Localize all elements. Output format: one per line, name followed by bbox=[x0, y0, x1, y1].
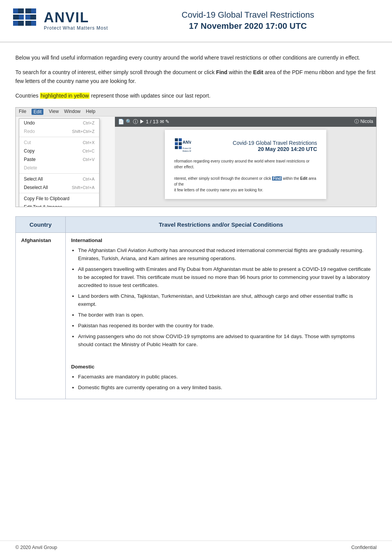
section-label-international: International bbox=[71, 237, 371, 245]
menu-item-copy-file[interactable]: Copy File to Clipboard bbox=[19, 194, 99, 203]
menu-file[interactable]: File bbox=[19, 109, 26, 115]
col-restrictions-header: Travel Restrictions and/or Special Condi… bbox=[66, 216, 377, 232]
menu-item-paste[interactable]: Paste Ctrl+V bbox=[19, 155, 99, 164]
menu-separator-3 bbox=[19, 193, 99, 193]
pdf-doc-area: ANVIL Protect What Matters Most Covid-19… bbox=[115, 127, 376, 207]
menu-edit[interactable]: Edit bbox=[32, 109, 43, 115]
logo-area: ANVIL Protect What Matters Most bbox=[12, 7, 119, 35]
page-footer: © 2020 Anvil Group Confidential bbox=[0, 541, 392, 554]
logo-text: ANVIL Protect What Matters Most bbox=[44, 11, 108, 31]
pdf-context-area: File Edit View Window Help Undo Ctrl+Z R… bbox=[15, 107, 377, 207]
svg-text:Protect What: Protect What bbox=[183, 147, 191, 149]
menu-item-edit-text[interactable]: Edit Text & Images bbox=[19, 203, 99, 207]
page-header: ANVIL Protect What Matters Most Covid-19… bbox=[0, 0, 392, 43]
svg-rect-10 bbox=[13, 15, 18, 20]
menu-item-cut[interactable]: Cut Ctrl+X bbox=[19, 138, 99, 147]
menu-item-deselect-all[interactable]: Deselect All Shift+Ctrl+A bbox=[19, 183, 99, 192]
list-item: The border with Iran is open. bbox=[78, 311, 371, 319]
menu-item-delete[interactable]: Delete bbox=[19, 164, 99, 172]
menu-view[interactable]: View bbox=[49, 109, 59, 115]
find-keyword: Find bbox=[216, 69, 228, 75]
menu-item-select-all[interactable]: Select All Ctrl+A bbox=[19, 175, 99, 183]
svg-rect-20 bbox=[175, 142, 178, 145]
svg-rect-19 bbox=[179, 138, 182, 141]
menu-item-copy[interactable]: Copy Ctrl+C bbox=[19, 147, 99, 155]
svg-rect-7 bbox=[19, 8, 24, 13]
svg-rect-22 bbox=[175, 146, 178, 149]
domestic-bullets: Facemasks are mandatory in public places… bbox=[78, 373, 371, 392]
menu-separator-1 bbox=[19, 137, 99, 137]
logo-anvil-text: ANVIL bbox=[44, 11, 108, 25]
list-item: The Afghanistan Civil Aviation Authority… bbox=[78, 247, 371, 263]
intro-paragraph1: Below you will find useful information r… bbox=[15, 53, 377, 62]
list-item: Arriving passengers who do not show COVI… bbox=[78, 333, 371, 349]
pdf-page-inner-title: Covid-19 Global Travel Restrictions 20 M… bbox=[195, 140, 317, 152]
menu-help[interactable]: Help bbox=[86, 109, 96, 115]
menu-window[interactable]: Window bbox=[64, 109, 81, 115]
svg-text:Matters Most: Matters Most bbox=[183, 150, 191, 152]
list-item: Domestic flights are currently operating… bbox=[78, 384, 371, 392]
pdf-toolbar-icons: 📄 🔍 ⓘ ▶ 1 / 13 ✉ ✎ bbox=[118, 118, 169, 125]
intro-paragraph2: To search for a country of interest, eit… bbox=[15, 68, 377, 85]
svg-rect-9 bbox=[31, 8, 36, 13]
list-item: Pakistan has reopened its border with th… bbox=[78, 322, 371, 330]
restrictions-cell-afghanistan: International The Afghanistan Civil Avia… bbox=[66, 232, 377, 399]
anvil-logo-icon bbox=[12, 7, 39, 35]
footer-left: © 2020 Anvil Group bbox=[15, 545, 57, 550]
svg-rect-12 bbox=[25, 15, 30, 20]
international-bullets: The Afghanistan Civil Aviation Authority… bbox=[78, 247, 371, 348]
svg-rect-15 bbox=[19, 21, 24, 26]
svg-rect-23 bbox=[179, 146, 182, 149]
svg-rect-17 bbox=[31, 21, 36, 26]
header-title-block: Covid-19 Global Travel Restrictions 17 N… bbox=[119, 10, 377, 32]
pdf-page-text: nformation regarding every country aroun… bbox=[174, 158, 317, 193]
travel-table: Country Travel Restrictions and/or Speci… bbox=[15, 216, 377, 400]
logo-tagline: Protect What Matters Most bbox=[44, 25, 108, 31]
menu-item-redo[interactable]: Redo Shift+Ctrl+Z bbox=[19, 127, 99, 136]
header-title-line2: 17 November 2020 17:00 UTC bbox=[119, 21, 377, 32]
menu-separator-2 bbox=[19, 173, 99, 174]
footer-right: Confidential bbox=[351, 545, 377, 550]
list-item: Land borders with China, Tajikistan, Tur… bbox=[78, 292, 371, 309]
yellow-highlight: highlighted in yellow bbox=[40, 93, 90, 99]
list-item: All passengers travelling with Emirates … bbox=[78, 265, 371, 290]
intro-section: Below you will find useful information r… bbox=[0, 43, 392, 100]
svg-rect-8 bbox=[25, 8, 30, 13]
section-label-domestic: Domestic bbox=[71, 363, 371, 371]
svg-rect-16 bbox=[25, 21, 30, 26]
edit-keyword: Edit bbox=[253, 69, 263, 75]
svg-rect-18 bbox=[175, 138, 178, 141]
menu-item-undo[interactable]: Undo Ctrl+Z bbox=[19, 119, 99, 127]
intro-paragraph3: Countries highlighted in yellow represen… bbox=[15, 91, 377, 100]
table-section: Country Travel Restrictions and/or Speci… bbox=[15, 216, 377, 400]
pdf-menu-bar: File Edit View Window Help bbox=[16, 108, 376, 116]
svg-rect-6 bbox=[13, 8, 18, 13]
svg-rect-13 bbox=[31, 15, 36, 20]
svg-rect-11 bbox=[19, 15, 24, 20]
pdf-logo-small-icon: ANVIL Protect What Matters Most bbox=[174, 138, 191, 154]
pdf-page-header: ANVIL Protect What Matters Most Covid-19… bbox=[174, 138, 317, 154]
table-row: Afghanistan International The Afghanista… bbox=[16, 232, 377, 399]
svg-text:ANVIL: ANVIL bbox=[183, 140, 191, 144]
col-country-header: Country bbox=[16, 216, 66, 232]
pdf-user-label: ⓘ Nicola bbox=[354, 118, 373, 125]
pdf-toolbar: 📄 🔍 ⓘ ▶ 1 / 13 ✉ ✎ ⓘ Nicola bbox=[115, 117, 376, 127]
svg-rect-21 bbox=[179, 142, 182, 145]
table-header-row: Country Travel Restrictions and/or Speci… bbox=[16, 216, 377, 232]
svg-rect-14 bbox=[13, 21, 18, 26]
context-menu: Undo Ctrl+Z Redo Shift+Ctrl+Z Cut Ctrl+X… bbox=[19, 118, 100, 207]
country-cell-afghanistan: Afghanistan bbox=[16, 232, 66, 399]
pdf-page: ANVIL Protect What Matters Most Covid-19… bbox=[165, 130, 326, 199]
pdf-inner-content: 📄 🔍 ⓘ ▶ 1 / 13 ✉ ✎ ⓘ Nicola ANVIL bbox=[115, 117, 376, 207]
header-title-line1: Covid-19 Global Travel Restrictions bbox=[119, 10, 377, 21]
list-item: Facemasks are mandatory in public places… bbox=[78, 373, 371, 381]
